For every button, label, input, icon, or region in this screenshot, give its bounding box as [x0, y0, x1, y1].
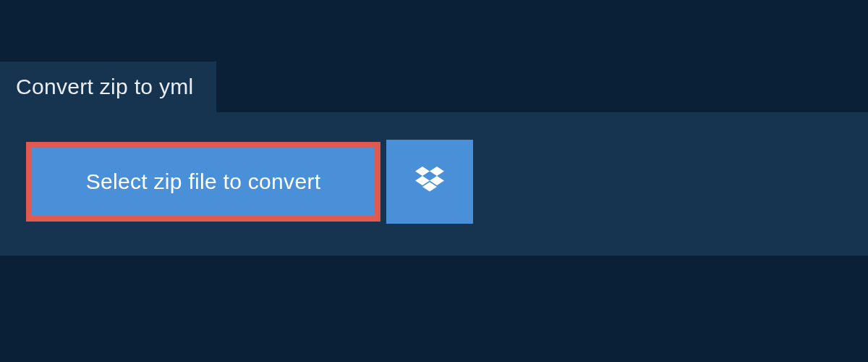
- dropbox-button[interactable]: [386, 140, 473, 224]
- tab-convert[interactable]: Convert zip to yml: [0, 62, 216, 112]
- upload-panel: Select zip file to convert: [0, 112, 868, 256]
- select-file-label: Select zip file to convert: [86, 169, 321, 194]
- select-file-button[interactable]: Select zip file to convert: [26, 142, 380, 222]
- dropbox-icon: [415, 167, 444, 197]
- tab-title: Convert zip to yml: [16, 75, 193, 98]
- tab-bar: Convert zip to yml: [0, 0, 868, 112]
